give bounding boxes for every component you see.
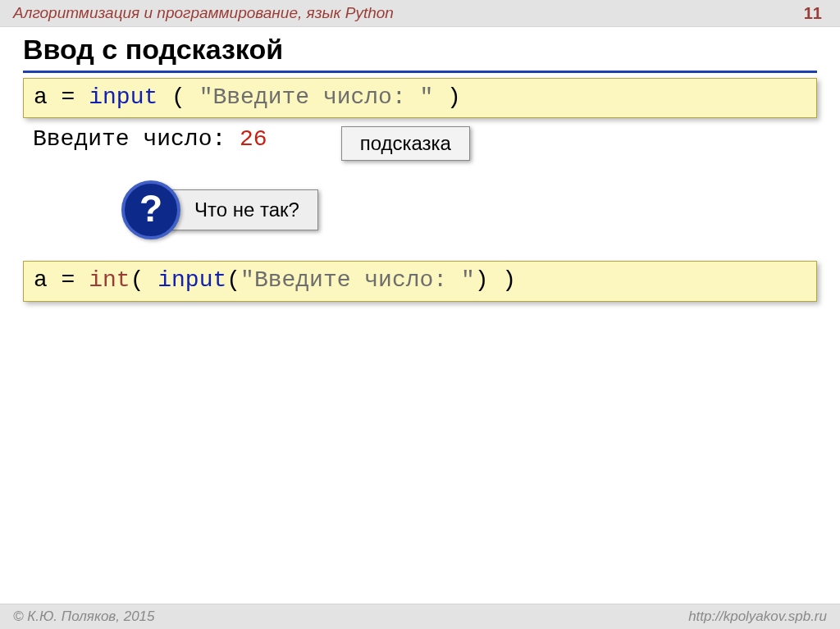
code2-paren-close: ) ) (475, 267, 516, 293)
question-box: Что не так? (169, 189, 318, 230)
code-block-1: a = input ( "Введите число: " ) (23, 78, 817, 118)
code2-paren1: ( (130, 267, 158, 293)
code2-int-kw: int (89, 267, 130, 293)
header-title: Алгоритмизация и программирование, язык … (13, 0, 394, 26)
footer-bar: © К.Ю. Поляков, 2015 http://kpolyakov.sp… (0, 604, 840, 629)
question-mark-icon: ? (139, 189, 162, 230)
code1-paren-close: ) (433, 84, 461, 110)
footer-copyright: © К.Ю. Поляков, 2015 (13, 604, 155, 629)
code1-paren-open: ( (158, 84, 199, 110)
header-page-number: 11 (804, 0, 827, 26)
output-row: Введите число: 26 подсказка (23, 126, 817, 161)
code2-string: "Введите число: " (240, 267, 475, 293)
question-icon: ? (121, 180, 180, 239)
output-prompt: Введите число: (33, 126, 240, 152)
hint-box: подсказка (341, 126, 470, 161)
output-value: 26 (240, 126, 267, 152)
footer-url: http://kpolyakov.spb.ru (688, 604, 827, 629)
code1-input-kw: input (89, 84, 158, 110)
code2-var: a = (34, 267, 89, 293)
code1-string: "Введите число: " (199, 84, 434, 110)
hint-label: подсказка (360, 132, 451, 154)
code2-input-kw: input (158, 267, 226, 293)
question-text: Что не так? (194, 198, 299, 221)
slide-title: Ввод с подсказкой (23, 34, 817, 73)
header-bar: Алгоритмизация и программирование, язык … (0, 0, 840, 27)
output-text: Введите число: 26 (23, 126, 267, 152)
code-block-2: a = int( input("Введите число: ") ) (23, 261, 817, 301)
code2-paren2: ( (226, 267, 240, 293)
slide-content: Ввод с подсказкой a = input ( "Введите ч… (0, 27, 840, 302)
question-row: ? Что не так? (23, 180, 817, 239)
code1-var: a = (34, 84, 89, 110)
